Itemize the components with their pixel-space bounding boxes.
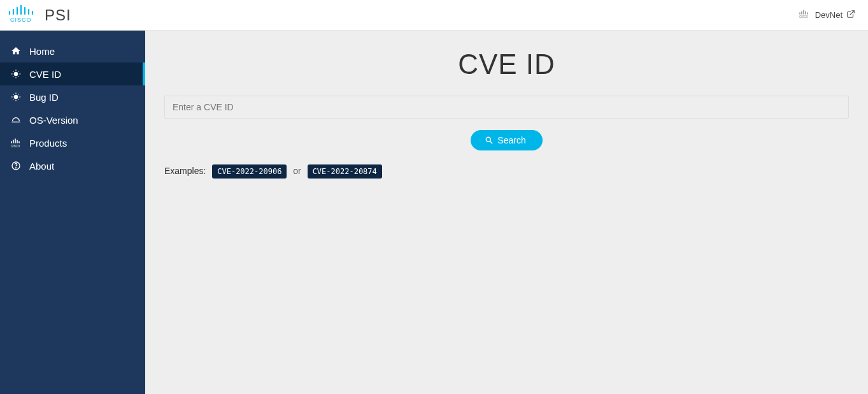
main-content: CVE ID Search Examples: CVE-2022-20906 o… bbox=[145, 31, 868, 394]
svg-line-14 bbox=[850, 11, 854, 15]
examples-separator: or bbox=[293, 166, 301, 176]
sidebar-item-label: Bug ID bbox=[29, 92, 59, 103]
svg-text:CISCO: CISCO bbox=[10, 17, 32, 23]
svg-text:CISCO: CISCO bbox=[799, 15, 809, 18]
page-title: CVE ID bbox=[164, 48, 849, 80]
svg-point-24 bbox=[15, 168, 16, 168]
sidebar: Home CVE ID Bug ID OS-Version bbox=[0, 31, 145, 394]
svg-line-26 bbox=[490, 141, 492, 143]
sidebar-item-cve-id[interactable]: CVE ID bbox=[0, 62, 145, 85]
sidebar-item-os-version[interactable]: OS-Version bbox=[0, 108, 145, 131]
sidebar-item-home[interactable]: Home bbox=[0, 40, 145, 62]
sidebar-item-label: Products bbox=[29, 138, 67, 149]
app-name: PSI bbox=[45, 6, 71, 24]
cisco-logo-icon: CISCO bbox=[8, 5, 37, 26]
example-cve-tag[interactable]: CVE-2022-20906 bbox=[212, 164, 287, 179]
sidebar-item-bug-id[interactable]: Bug ID bbox=[0, 85, 145, 108]
helmet-icon bbox=[10, 114, 22, 126]
cisco-mini-logo-icon: CISCO bbox=[799, 10, 811, 20]
sidebar-item-label: CVE ID bbox=[29, 69, 61, 80]
cve-id-input[interactable] bbox=[164, 96, 849, 119]
brand: CISCO PSI bbox=[8, 5, 71, 26]
svg-point-15 bbox=[14, 72, 18, 77]
search-form: Search bbox=[164, 96, 849, 150]
external-link-icon bbox=[846, 10, 855, 20]
examples-label: Examples: bbox=[164, 166, 206, 176]
home-icon bbox=[10, 45, 22, 57]
question-icon bbox=[10, 160, 22, 171]
svg-point-16 bbox=[14, 95, 18, 99]
cisco-icon: CISCO bbox=[10, 137, 22, 149]
header: CISCO PSI CISCO DevNet bbox=[0, 0, 868, 31]
sidebar-item-products[interactable]: CISCO Products bbox=[0, 131, 145, 154]
sidebar-item-label: OS-Version bbox=[29, 115, 78, 126]
search-icon bbox=[485, 136, 494, 145]
sidebar-item-about[interactable]: About bbox=[0, 154, 145, 177]
devnet-link[interactable]: CISCO DevNet bbox=[799, 10, 855, 20]
search-button[interactable]: Search bbox=[471, 130, 542, 150]
sidebar-item-label: About bbox=[29, 161, 54, 171]
search-button-label: Search bbox=[497, 135, 525, 145]
examples-row: Examples: CVE-2022-20906 or CVE-2022-208… bbox=[164, 164, 849, 179]
svg-text:CISCO: CISCO bbox=[11, 145, 20, 148]
example-cve-tag[interactable]: CVE-2022-20874 bbox=[308, 164, 382, 179]
devnet-label: DevNet bbox=[815, 10, 843, 20]
bug-icon bbox=[10, 68, 22, 80]
sidebar-item-label: Home bbox=[29, 46, 55, 57]
bug-icon bbox=[10, 91, 22, 103]
